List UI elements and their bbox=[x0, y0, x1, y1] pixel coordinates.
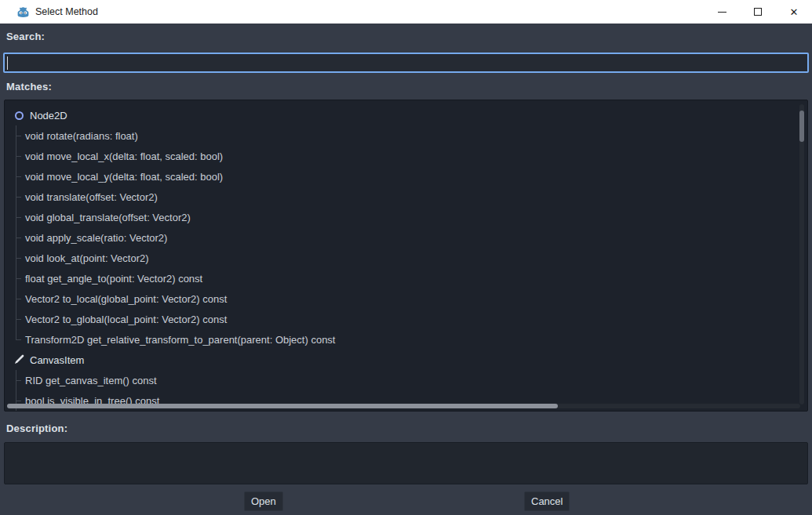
horizontal-scrollbar-thumb[interactable] bbox=[7, 404, 558, 408]
node2d-icon bbox=[13, 110, 24, 121]
open-button[interactable]: Open bbox=[244, 491, 283, 511]
tree-item-label: RID get_canvas_item() const bbox=[21, 375, 157, 386]
canvasitem-icon bbox=[13, 354, 24, 365]
tree-guide bbox=[16, 125, 21, 146]
matches-label: Matches: bbox=[6, 81, 52, 92]
tree-guide bbox=[16, 370, 21, 390]
tree-item-label: void translate(offset: Vector2) bbox=[21, 191, 158, 203]
tree-guide bbox=[16, 207, 21, 227]
description-label: Description: bbox=[6, 423, 67, 434]
tree-method-row[interactable]: void move_local_x(delta: float, scaled: … bbox=[5, 146, 807, 166]
tree-class-row[interactable]: Node2D bbox=[5, 105, 807, 125]
tree-guide bbox=[16, 309, 21, 329]
vertical-scrollbar-thumb[interactable] bbox=[799, 111, 804, 142]
tree-class-row[interactable]: CanvasItem bbox=[5, 350, 807, 370]
tree-guide bbox=[16, 146, 21, 166]
tree-guide bbox=[16, 248, 21, 268]
tree-guide bbox=[16, 288, 21, 309]
close-button[interactable]: ✕ bbox=[776, 0, 812, 24]
tree-item-label: CanvasItem bbox=[30, 354, 84, 366]
tree-item-label: float get_angle_to(point: Vector2) const bbox=[21, 273, 202, 285]
godot-logo-icon bbox=[16, 5, 30, 19]
cancel-button[interactable]: Cancel bbox=[524, 491, 570, 511]
matches-tree[interactable]: Node2Dvoid rotate(radians: float)void mo… bbox=[4, 100, 808, 412]
vertical-scrollbar-track[interactable] bbox=[799, 104, 804, 404]
tree-guide bbox=[16, 268, 21, 288]
window-controls: ✕ bbox=[704, 0, 812, 24]
window-title: Select Method bbox=[35, 6, 98, 17]
tree-item-label: Transform2D get_relative_transform_to_pa… bbox=[21, 334, 335, 346]
tree-method-row[interactable]: void apply_scale(ratio: Vector2) bbox=[5, 227, 807, 248]
tree-item-label: void move_local_x(delta: float, scaled: … bbox=[21, 151, 223, 162]
tree-guide bbox=[16, 166, 21, 187]
tree-guide bbox=[16, 227, 21, 248]
tree-method-row[interactable]: void rotate(radians: float) bbox=[5, 125, 807, 146]
tree-item-label: void global_translate(offset: Vector2) bbox=[21, 212, 191, 223]
tree-method-row[interactable]: void look_at(point: Vector2) bbox=[5, 248, 807, 268]
tree-rows: Node2Dvoid rotate(radians: float)void mo… bbox=[5, 105, 807, 411]
tree-item-label: Node2D bbox=[30, 110, 67, 121]
tree-method-row[interactable]: void global_translate(offset: Vector2) bbox=[5, 207, 807, 227]
tree-item-label: void move_local_y(delta: float, scaled: … bbox=[21, 171, 223, 183]
tree-item-label: void look_at(point: Vector2) bbox=[21, 252, 149, 264]
tree-guide bbox=[16, 329, 21, 350]
tree-guide bbox=[16, 187, 21, 207]
maximize-icon bbox=[754, 8, 762, 16]
tree-item-label: void rotate(radians: float) bbox=[21, 130, 138, 142]
titlebar: Select Method ✕ bbox=[0, 0, 812, 24]
tree-method-row[interactable]: RID get_canvas_item() const bbox=[5, 370, 807, 390]
tree-item-label: Vector2 to_global(local_point: Vector2) … bbox=[21, 314, 227, 325]
tree-method-row[interactable]: Transform2D get_relative_transform_to_pa… bbox=[5, 329, 807, 350]
description-box bbox=[4, 442, 808, 484]
minimize-button[interactable] bbox=[704, 0, 740, 24]
tree-item-label: void apply_scale(ratio: Vector2) bbox=[21, 232, 167, 244]
tree-item-label: Vector2 to_local(global_point: Vector2) … bbox=[21, 293, 227, 305]
tree-method-row[interactable]: float get_angle_to(point: Vector2) const bbox=[5, 268, 807, 288]
search-label: Search: bbox=[6, 31, 45, 42]
maximize-button[interactable] bbox=[740, 0, 776, 24]
tree-method-row[interactable]: void translate(offset: Vector2) bbox=[5, 187, 807, 207]
minimize-icon bbox=[718, 12, 726, 13]
tree-method-row[interactable]: void move_local_y(delta: float, scaled: … bbox=[5, 166, 807, 187]
tree-method-row[interactable]: Vector2 to_local(global_point: Vector2) … bbox=[5, 288, 807, 309]
search-input[interactable] bbox=[3, 53, 809, 73]
close-icon: ✕ bbox=[790, 7, 799, 17]
tree-method-row[interactable]: Vector2 to_global(local_point: Vector2) … bbox=[5, 309, 807, 329]
